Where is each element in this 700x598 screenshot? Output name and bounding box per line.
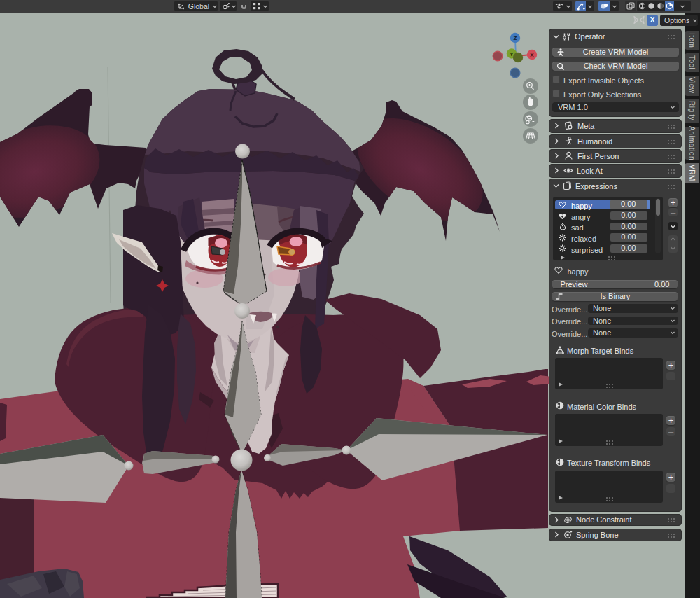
svg-text:Z: Z bbox=[514, 35, 517, 41]
svg-text:X: X bbox=[530, 52, 534, 58]
